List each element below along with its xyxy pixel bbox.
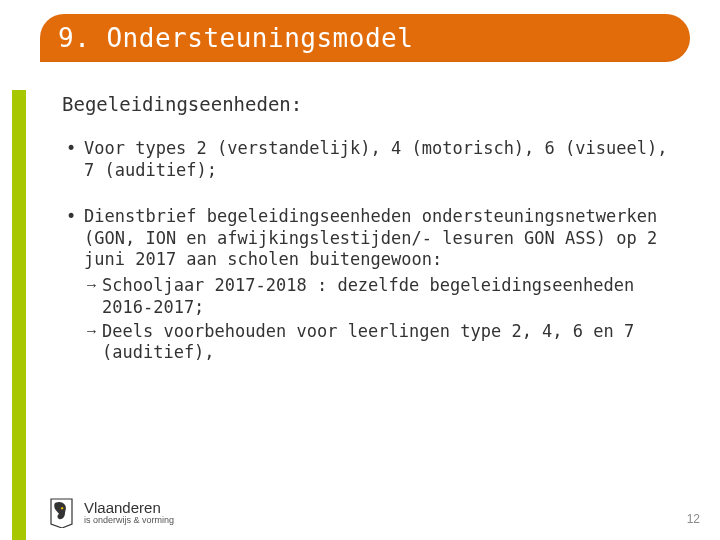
vlaanderen-lion-icon: [48, 498, 76, 528]
sidebar-accent-bar: AGODI - Academie: [12, 90, 26, 540]
sub-bullet-item: → Deels voorbehouden voor leerlingen typ…: [84, 321, 680, 365]
sub-bullet-text: Deels voorbehouden voor leerlingen type …: [102, 321, 634, 363]
footer-logo: Vlaanderen is onderwijs & vorming: [48, 498, 174, 528]
bullet-item: Voor types 2 (verstandelijk), 4 (motoris…: [62, 138, 680, 182]
bullet-text: Voor types 2 (verstandelijk), 4 (motoris…: [84, 138, 667, 180]
section-subheading: Begeleidingseenheden:: [62, 92, 680, 116]
bullet-list: Voor types 2 (verstandelijk), 4 (motoris…: [62, 138, 680, 364]
sub-bullet-text: Schooljaar 2017-2018 : dezelfde begeleid…: [102, 275, 634, 317]
slide-body: Begeleidingseenheden: Voor types 2 (vers…: [62, 92, 680, 388]
sub-bullet-list: → Schooljaar 2017-2018 : dezelfde begele…: [84, 275, 680, 364]
bullet-item: Dienstbrief begeleidingseenheden onderst…: [62, 206, 680, 364]
arrow-icon: →: [84, 275, 99, 295]
footer-brand-text: Vlaanderen is onderwijs & vorming: [84, 500, 174, 525]
arrow-icon: →: [84, 321, 99, 341]
sub-bullet-item: → Schooljaar 2017-2018 : dezelfde begele…: [84, 275, 680, 319]
slide-title-bar: 9. Ondersteuningsmodel: [40, 14, 690, 62]
slide-title: 9. Ondersteuningsmodel: [58, 23, 413, 53]
footer-brand-line2: is onderwijs & vorming: [84, 516, 174, 525]
footer-brand-line1: Vlaanderen: [84, 500, 174, 516]
page-number: 12: [687, 512, 700, 526]
bullet-text: Dienstbrief begeleidingseenheden onderst…: [84, 206, 657, 270]
